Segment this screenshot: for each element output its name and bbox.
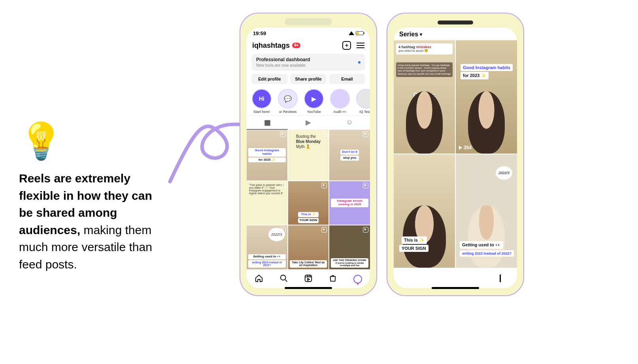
post-thumb[interactable]: Instagram trends coming in 2025 [329, 181, 370, 224]
dashboard-title: Professional dashboard [256, 57, 361, 62]
nav-reels[interactable] [304, 274, 313, 284]
wifi-icon [349, 31, 354, 35]
highlights-row[interactable]: HiStart here! 💬ur Reviews ▶YouTube Audit… [247, 87, 370, 115]
notification-badge: 9+ [292, 43, 300, 48]
nav-search[interactable] [279, 274, 288, 284]
post-thumb[interactable]: Take Lily Collins' Reel as an inspiratio… [288, 225, 329, 269]
phone-notch [285, 18, 332, 25]
screen-reels: Series▾ 4 hashtag mistakes you need to a… [394, 28, 517, 288]
edit-profile-button[interactable]: Edit profile [251, 74, 288, 84]
phone-notch [438, 21, 473, 24]
lightbulb-icon: 💡 [19, 123, 153, 159]
dashboard-subtitle: New tools are now available. [256, 63, 361, 68]
highlight-team[interactable]: IQ Team [355, 89, 370, 114]
post-thumb[interactable]: Busting theBlue MondayMyth 🧘 [288, 130, 329, 180]
reel-icon [321, 227, 327, 233]
reel-icon [280, 183, 286, 188]
reel-icon [363, 227, 368, 233]
menu-button[interactable] [357, 43, 364, 48]
post-thumb[interactable]: USE THIS TRENDING SOUND if you're lookin… [329, 225, 370, 269]
reel-icon [280, 131, 286, 137]
status-time: 19:59 [253, 30, 266, 36]
profile-header: iqhashtags 9+ ＋ [247, 39, 370, 51]
series-dropdown[interactable]: Series▾ [394, 28, 517, 40]
tab-tagged[interactable]: ☺ [329, 116, 370, 129]
post-thumb[interactable]: 2022/3 Getting used to 👀writing 2023 ins… [247, 225, 287, 269]
battery-icon [356, 31, 364, 35]
tagged-icon: ☺ [346, 118, 353, 126]
highlight-youtube[interactable]: ▶YouTube [303, 89, 325, 114]
share-profile-button[interactable]: Share profile [290, 74, 327, 84]
post-thumb[interactable]: Good Instagram habitsfor 2023 ✨ [247, 130, 287, 180]
reel-thumb[interactable]: This is ✨ YOUR SIGN [394, 154, 455, 268]
email-button[interactable]: Email [329, 74, 365, 84]
left-copy-block: 💡 Reels are extremely flexible in how th… [19, 123, 153, 273]
phone-mockup-reels: Series▾ 4 hashtag mistakes you need to a… [387, 13, 524, 296]
reel-icon [321, 183, 327, 188]
username[interactable]: iqhashtags [252, 41, 290, 50]
reel-thumb-drafts[interactable]: 4 hashtag mistakes you need to avoid 🧐 U… [394, 40, 455, 154]
screen-profile: 19:59 iqhashtags 9+ ＋ Professional dashb… [247, 28, 370, 288]
post-thumb[interactable]: Don't let itstop you [329, 130, 370, 180]
bottom-nav [247, 269, 370, 288]
play-icon [459, 146, 462, 150]
reel-thumb[interactable]: Good Instagram habits for 2023 ✨ 354 [456, 40, 517, 154]
highlight-start-here[interactable]: HiStart here! [251, 89, 273, 114]
new-indicator-dot [358, 61, 361, 64]
home-indicator [285, 287, 332, 289]
status-bar: 19:59 [247, 28, 370, 39]
headline-text: Reels are extremely flexible in how they… [19, 170, 153, 273]
reel-icon [321, 131, 327, 137]
post-thumb[interactable]: This is ✨YOUR SIGN [288, 181, 329, 224]
highlight-reviews[interactable]: 💬ur Reviews [277, 89, 299, 114]
tab-grid[interactable]: ▦ [247, 116, 288, 129]
profile-tabs: ▦ ▶ ☺ [247, 115, 370, 130]
nav-shop[interactable] [328, 274, 337, 284]
nav-more[interactable] [500, 274, 502, 282]
professional-dashboard-card[interactable]: Professional dashboard New tools are now… [251, 54, 365, 71]
grid-icon: ▦ [264, 118, 271, 126]
home-indicator [432, 287, 479, 289]
reel-thumb[interactable]: 2022/3 Getting used to 👀 writing 2023 in… [456, 154, 517, 268]
svg-rect-1 [305, 275, 312, 281]
svg-point-0 [280, 275, 285, 280]
nav-home[interactable] [255, 274, 263, 284]
phone-mockup-profile: 19:59 iqhashtags 9+ ＋ Professional dashb… [240, 13, 377, 296]
bottom-nav [394, 268, 517, 288]
highlight-audit[interactable]: Audit 👀 [329, 89, 351, 114]
reel-icon [363, 131, 368, 137]
reels-icon: ▶ [306, 118, 311, 126]
hashtag-mistakes-card: 4 hashtag mistakes you need to avoid 🧐 [396, 43, 453, 54]
create-post-button[interactable]: ＋ [342, 41, 351, 50]
reels-grid: 4 hashtag mistakes you need to avoid 🧐 U… [394, 40, 517, 268]
post-thumb[interactable]: "The grass is greener where you water it… [247, 181, 287, 224]
nav-profile[interactable] [353, 275, 362, 283]
chevron-down-icon: ▾ [420, 32, 422, 37]
tab-reels[interactable]: ▶ [288, 116, 329, 129]
reel-icon [363, 183, 368, 188]
view-count: 354 [459, 145, 472, 150]
post-grid: Good Instagram habitsfor 2023 ✨ Busting … [247, 130, 370, 269]
